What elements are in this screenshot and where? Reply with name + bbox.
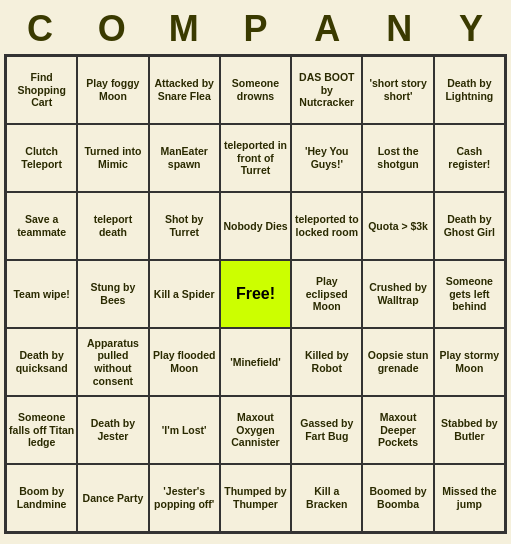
header-letter: Y xyxy=(435,4,507,54)
bingo-cell[interactable]: Clutch Teleport xyxy=(6,124,77,192)
bingo-cell[interactable]: Death by Lightning xyxy=(434,56,505,124)
bingo-cell[interactable]: Play flooded Moon xyxy=(149,328,220,396)
bingo-cell[interactable]: Attacked by Snare Flea xyxy=(149,56,220,124)
bingo-cell[interactable]: Play foggy Moon xyxy=(77,56,148,124)
bingo-cell[interactable]: Killed by Robot xyxy=(291,328,362,396)
header-letter: A xyxy=(291,4,363,54)
bingo-cell[interactable]: 'Jester's popping off' xyxy=(149,464,220,532)
bingo-cell[interactable]: Kill a Bracken xyxy=(291,464,362,532)
header-letter: O xyxy=(76,4,148,54)
bingo-cell[interactable]: 'short story short' xyxy=(362,56,433,124)
bingo-cell[interactable]: Missed the jump xyxy=(434,464,505,532)
header-letter: M xyxy=(148,4,220,54)
bingo-cell[interactable]: Play eclipsed Moon xyxy=(291,260,362,328)
bingo-cell[interactable]: Find Shopping Cart xyxy=(6,56,77,124)
bingo-cell[interactable]: Apparatus pulled without consent xyxy=(77,328,148,396)
bingo-cell[interactable]: Turned into Mimic xyxy=(77,124,148,192)
bingo-cell[interactable]: Kill a Spider xyxy=(149,260,220,328)
bingo-cell[interactable]: Boom by Landmine xyxy=(6,464,77,532)
bingo-cell[interactable]: Quota > $3k xyxy=(362,192,433,260)
bingo-cell[interactable]: 'I'm Lost' xyxy=(149,396,220,464)
bingo-card: COMPANY Find Shopping CartPlay foggy Moo… xyxy=(0,0,511,538)
bingo-cell[interactable]: Thumped by Thumper xyxy=(220,464,291,532)
bingo-cell[interactable]: Death by Ghost Girl xyxy=(434,192,505,260)
bingo-cell[interactable]: Boomed by Boomba xyxy=(362,464,433,532)
bingo-cell[interactable]: Someone falls off Titan ledge xyxy=(6,396,77,464)
bingo-cell[interactable]: Stung by Bees xyxy=(77,260,148,328)
bingo-cell[interactable]: Oopsie stun grenade xyxy=(362,328,433,396)
bingo-cell[interactable]: Maxout Oxygen Cannister xyxy=(220,396,291,464)
bingo-cell[interactable]: Stabbed by Butler xyxy=(434,396,505,464)
bingo-cell[interactable]: Dance Party xyxy=(77,464,148,532)
bingo-cell[interactable]: Maxout Deeper Pockets xyxy=(362,396,433,464)
bingo-grid: Find Shopping CartPlay foggy MoonAttacke… xyxy=(4,54,507,534)
bingo-cell[interactable]: teleport death xyxy=(77,192,148,260)
bingo-cell[interactable]: Crushed by Walltrap xyxy=(362,260,433,328)
bingo-cell[interactable]: teleported in front of Turret xyxy=(220,124,291,192)
header-letter: N xyxy=(363,4,435,54)
bingo-cell[interactable]: Team wipe! xyxy=(6,260,77,328)
bingo-cell[interactable]: 'Hey You Guys!' xyxy=(291,124,362,192)
bingo-cell[interactable]: Death by quicksand xyxy=(6,328,77,396)
bingo-cell[interactable]: DAS BOOT by Nutcracker xyxy=(291,56,362,124)
header-letter: C xyxy=(4,4,76,54)
bingo-cell[interactable]: Gassed by Fart Bug xyxy=(291,396,362,464)
bingo-cell[interactable]: Death by Jester xyxy=(77,396,148,464)
bingo-cell[interactable]: Someone gets left behind xyxy=(434,260,505,328)
header-row: COMPANY xyxy=(4,4,507,54)
bingo-cell[interactable]: Shot by Turret xyxy=(149,192,220,260)
bingo-cell[interactable]: Play stormy Moon xyxy=(434,328,505,396)
bingo-cell[interactable]: Nobody Dies xyxy=(220,192,291,260)
bingo-cell[interactable]: ManEater spawn xyxy=(149,124,220,192)
bingo-cell[interactable]: Someone drowns xyxy=(220,56,291,124)
bingo-cell[interactable]: Save a teammate xyxy=(6,192,77,260)
header-letter: P xyxy=(220,4,292,54)
bingo-cell[interactable]: 'Minefield' xyxy=(220,328,291,396)
bingo-cell[interactable]: Lost the shotgun xyxy=(362,124,433,192)
bingo-cell[interactable]: Free! xyxy=(220,260,291,328)
bingo-cell[interactable]: Cash register! xyxy=(434,124,505,192)
bingo-cell[interactable]: teleported to locked room xyxy=(291,192,362,260)
